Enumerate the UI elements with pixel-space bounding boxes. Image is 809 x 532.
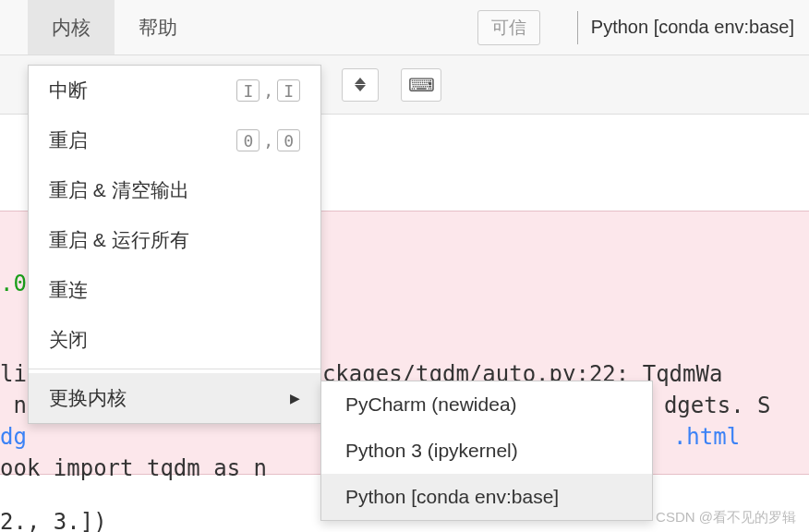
menu-restart-run-all[interactable]: 重启 & 运行所有 [29, 215, 320, 265]
separator [577, 11, 578, 44]
menu-change-kernel[interactable]: 更换内核 ▶ [29, 373, 320, 423]
menu-kernel[interactable]: 内核 [28, 0, 115, 54]
keyboard-icon: ⌨ [408, 74, 435, 96]
output-line: 2., 3.]) [0, 506, 107, 532]
menu-restart[interactable]: 重启 0, 0 [29, 115, 320, 165]
change-kernel-submenu: PyCharm (newidea) Python 3 (ipykernel) P… [320, 381, 653, 521]
watermark: CSDN @看不见的罗辑 [656, 509, 796, 526]
menu-bar: 内核 帮助 可信 Python [conda env:base] [0, 0, 809, 55]
menu-label: 重启 & 运行所有 [49, 227, 189, 253]
shortcut: I, I [236, 79, 300, 102]
menu-label: 关闭 [49, 327, 88, 353]
menu-reconnect[interactable]: 重连 [29, 265, 320, 315]
menu-restart-clear[interactable]: 重启 & 清空输出 [29, 165, 320, 215]
kernel-option-pycharm[interactable]: PyCharm (newidea) [321, 381, 652, 428]
celltype-stepper[interactable] [342, 68, 379, 102]
menu-label: 重连 [49, 277, 88, 303]
output-line: ook import tqdm as n [0, 453, 267, 484]
menu-help[interactable]: 帮助 [115, 0, 201, 54]
kernel-option-conda-base[interactable]: Python [conda env:base] [321, 474, 652, 520]
chevron-right-icon: ▶ [290, 391, 300, 405]
menu-label: 中断 [49, 78, 88, 103]
shortcut: 0, 0 [236, 129, 300, 151]
menu-shutdown[interactable]: 关闭 [29, 315, 320, 365]
menu-separator [29, 369, 320, 369]
menu-label: 重启 & 清空输出 [49, 177, 189, 203]
output-line: .0 [0, 268, 27, 299]
kernel-option-python3[interactable]: Python 3 (ipykernel) [321, 428, 652, 474]
menu-interrupt[interactable]: 中断 I, I [29, 66, 320, 115]
kernel-dropdown: 中断 I, I 重启 0, 0 重启 & 清空输出 重启 & 运行所有 重连 关… [28, 65, 321, 424]
menu-label: 重启 [49, 127, 88, 153]
menu-label: 更换内核 [49, 385, 127, 411]
kernel-indicator[interactable]: Python [conda env:base] [591, 17, 809, 38]
command-palette-button[interactable]: ⌨ [401, 68, 441, 102]
trusted-button[interactable]: 可信 [477, 10, 540, 45]
